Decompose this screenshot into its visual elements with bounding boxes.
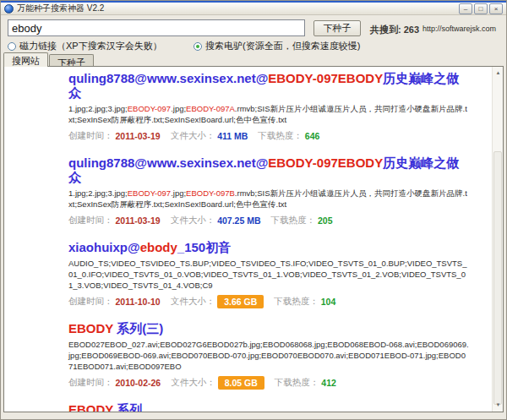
created-time-value: 2010-02-26 <box>116 378 161 388</box>
download-heat-value: 205 <box>318 215 333 226</box>
created-time-label: 创建时间： <box>68 377 113 389</box>
text-part: EBOD027EBOD_027.avi;EBOD027G6EBOD027b.jp… <box>68 340 469 371</box>
result-description: EBOD027EBOD_027.avi;EBOD027G6EBOD027b.jp… <box>68 339 469 372</box>
result-item: xiaohuixp@ebody_150初音AUDIO_TS;VIDEO_TSVI… <box>68 240 469 308</box>
minimize-button-icon[interactable]: – <box>459 3 472 14</box>
download-torrent-button[interactable]: 下种子 <box>313 20 361 36</box>
maximize-button-icon[interactable]: □ <box>474 3 488 14</box>
result-count: 共搜到: 263 <box>370 24 419 36</box>
text-part: xiaohuixp@ <box>68 240 140 254</box>
text-part: EBODY <box>68 402 113 412</box>
radio-emule-label: 搜索电驴(资源全面，但搜索速度较慢) <box>205 40 360 52</box>
text-part: EBODY-097B <box>186 188 235 198</box>
text-part: EBODY-097 <box>128 104 171 113</box>
file-size: 文件大小：411 MB <box>171 130 248 142</box>
file-size: 文件大小：3.66 GB <box>171 295 264 308</box>
result-title-link[interactable]: quling8788@www.sexinsex.net@EBODY-097EBO… <box>68 71 469 100</box>
text-part: EBODY-097A <box>186 104 235 113</box>
scrollbar-thumb[interactable] <box>493 151 502 405</box>
result-description: 1.jpg;2.jpg;3.jpg;EBODY-097.jpg;EBODY-09… <box>68 188 469 210</box>
site-url: http://softwarejsk.com <box>422 25 496 33</box>
download-heat-label: 下载热度： <box>271 215 316 226</box>
text-part: AUDIO_TS;VIDEO_TSVIDEO_TS.BUP;VIDEO_TSVI… <box>68 259 466 290</box>
file-size-value: 3.66 GB <box>217 295 264 308</box>
text-part: ebody <box>140 240 177 254</box>
created-time: 创建时间：2011-03-19 <box>68 215 161 226</box>
result-meta-row: 创建时间：2011-03-19文件大小：407.25 MB下载热度：205 <box>68 214 469 227</box>
created-time-label: 创建时间： <box>68 296 113 308</box>
window-controls: – □ × <box>459 3 503 14</box>
created-time-value: 2011-03-19 <box>116 131 161 141</box>
radio-magnet-label: 磁力链接（XP下搜索汉字会失败） <box>19 40 162 52</box>
result-title-link[interactable]: EBODY 系列(三) <box>68 321 469 335</box>
file-size-label: 文件大小： <box>171 296 215 308</box>
window-title: 万能种子搜索神器 V2.2 <box>17 3 455 14</box>
result-title-link[interactable]: xiaohuixp@ebody_150初音 <box>68 240 469 254</box>
text-part: quling8788@www.sexinsex.net@ <box>68 155 268 170</box>
created-time: 创建时间：2011-10-10 <box>68 296 161 308</box>
download-heat-value: 646 <box>305 131 320 141</box>
result-item: EBODY 系列EBOD001EBOD001.avi;EBOD001ebod00… <box>68 402 469 412</box>
download-heat: 下载热度：104 <box>274 296 335 308</box>
result-title-link[interactable]: quling8788@www.sexinsex.net@EBODY-097EBO… <box>68 155 469 184</box>
file-size-value: 407.25 MB <box>217 215 260 226</box>
text-part: EBODY-097EBODY <box>268 155 383 170</box>
text-part: EBODY-097 <box>128 188 171 198</box>
vertical-scrollbar[interactable]: ▲ ▼ <box>492 67 503 412</box>
tab-download-torrent[interactable]: 下种子 <box>49 54 94 67</box>
result-item: EBODY 系列(三)EBOD027EBOD_027.avi;EBOD027G6… <box>68 321 469 390</box>
file-size-value: 411 MB <box>217 131 248 141</box>
text-part: _150初音 <box>177 240 231 254</box>
created-time: 创建时间：2011-03-19 <box>68 130 161 142</box>
download-heat: 下载热度：646 <box>258 130 319 142</box>
close-button-icon[interactable]: × <box>489 3 503 14</box>
created-time: 创建时间：2010-02-26 <box>68 377 161 389</box>
text-part: .jpg; <box>171 104 186 113</box>
text-part: 系列 <box>113 402 142 412</box>
scroll-up-icon[interactable]: ▲ <box>493 68 504 79</box>
download-heat-value: 412 <box>321 378 336 388</box>
download-heat-label: 下载热度： <box>258 130 303 142</box>
file-size-label: 文件大小： <box>171 377 215 389</box>
tab-search-site[interactable]: 搜网站 <box>3 52 48 67</box>
text-part: quling8788@www.sexinsex.net@ <box>68 71 268 85</box>
result-meta-row: 创建时间：2011-03-19文件大小：411 MB下载热度：646 <box>68 129 469 143</box>
results-panel: quling8788@www.sexinsex.net@EBODY-097EBO… <box>3 66 504 412</box>
file-size-value: 8.05 GB <box>218 376 264 390</box>
created-time-label: 创建时间： <box>68 215 113 226</box>
file-size-label: 文件大小： <box>171 130 215 142</box>
result-meta-row: 创建时间：2010-02-26文件大小：8.05 GB下载热度：412 <box>68 376 469 390</box>
title-bar: 万能种子搜索神器 V2.2 – □ × <box>1 1 506 15</box>
result-title-link[interactable]: EBODY 系列 <box>68 402 469 412</box>
app-window: 万能种子搜索神器 V2.2 – □ × 下种子 共搜到: 263 http://… <box>0 0 507 420</box>
app-icon <box>4 4 14 14</box>
search-mode-options: 磁力链接（XP下搜索汉字会失败） 搜索电驴(资源全面，但搜索速度较慢) <box>8 40 499 51</box>
text-part: 1.jpg;2.jpg;3.jpg; <box>68 104 128 113</box>
download-heat: 下载热度：205 <box>271 215 333 226</box>
text-part: .jpg; <box>171 188 186 198</box>
radio-circle-icon[interactable] <box>194 42 202 51</box>
radio-magnet-link[interactable]: 磁力链接（XP下搜索汉字会失败） <box>8 40 162 52</box>
tab-strip: 搜网站 下种子 <box>3 52 95 67</box>
created-time-value: 2011-03-19 <box>116 215 161 226</box>
file-size: 文件大小：8.05 GB <box>171 376 264 390</box>
radio-circle-icon[interactable] <box>8 42 16 51</box>
created-time-value: 2011-10-10 <box>116 297 161 307</box>
text-part: EBODY-097EBODY <box>268 71 383 85</box>
result-description: 1.jpg;2.jpg;3.jpg;EBODY-097.jpg;EBODY-09… <box>68 103 469 125</box>
file-size-label: 文件大小： <box>171 215 215 226</box>
download-heat-label: 下载热度： <box>274 296 319 308</box>
download-heat: 下载热度：412 <box>275 377 336 389</box>
created-time-label: 创建时间： <box>68 130 113 142</box>
result-item: quling8788@www.sexinsex.net@EBODY-097EBO… <box>68 71 469 143</box>
text-part: 1.jpg;2.jpg;3.jpg; <box>68 188 128 198</box>
scroll-down-icon[interactable]: ▼ <box>493 400 504 411</box>
download-heat-label: 下载热度： <box>275 377 319 389</box>
radio-emule-search[interactable]: 搜索电驴(资源全面，但搜索速度较慢) <box>194 40 360 52</box>
result-item: quling8788@www.sexinsex.net@EBODY-097EBO… <box>68 155 469 227</box>
search-input[interactable] <box>8 19 305 36</box>
text-part: 系列(三) <box>113 321 163 335</box>
results-list: quling8788@www.sexinsex.net@EBODY-097EBO… <box>4 67 503 412</box>
text-part: EBODY <box>68 321 113 335</box>
file-size: 文件大小：407.25 MB <box>171 215 261 226</box>
